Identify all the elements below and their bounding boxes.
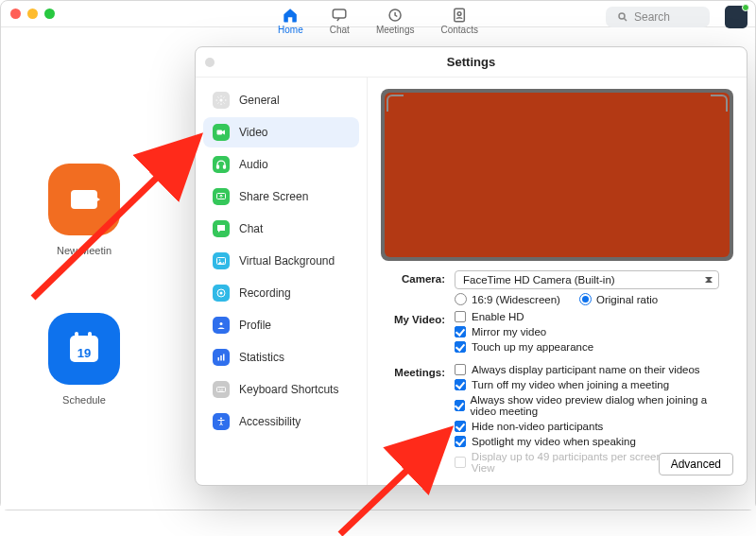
sidebar-item-profile[interactable]: Profile xyxy=(203,310,359,340)
search-input[interactable]: Search xyxy=(606,7,710,27)
check-label: Hide non-video participants xyxy=(472,421,603,432)
check-mirror[interactable]: Mirror my video xyxy=(455,326,733,337)
sidebar-item-label: Statistics xyxy=(239,351,284,364)
check-hide-nonvideo[interactable]: Hide non-video participants xyxy=(455,421,733,432)
svg-point-13 xyxy=(220,292,223,295)
sidebar-item-keyboard-shortcuts[interactable]: Keyboard Shortcuts xyxy=(203,374,359,405)
radio-16-9[interactable]: 16:9 (Widescreen) xyxy=(455,293,560,305)
sidebar-item-label: Chat xyxy=(239,222,263,235)
tab-label: Home xyxy=(278,25,303,35)
sidebar-item-chat[interactable]: Chat xyxy=(203,214,359,244)
sidebar-item-accessibility[interactable]: Accessibility xyxy=(203,406,359,437)
gear-icon xyxy=(213,92,230,109)
svg-rect-16 xyxy=(220,355,222,361)
svg-point-3 xyxy=(457,11,461,15)
sidebar-item-share-screen[interactable]: Share Screen xyxy=(203,182,359,212)
sidebar-item-label: Keyboard Shortcuts xyxy=(239,383,338,396)
window-controls xyxy=(10,9,55,19)
settings-window: Settings General Video Audio xyxy=(195,46,747,486)
tab-contacts[interactable]: Contacts xyxy=(440,8,477,35)
svg-point-19 xyxy=(220,418,222,420)
keyboard-icon xyxy=(213,381,230,398)
tab-chat[interactable]: Chat xyxy=(330,8,350,35)
headphones-icon xyxy=(213,156,230,173)
check-display-name[interactable]: Always display participant name on their… xyxy=(455,364,733,375)
check-show-preview[interactable]: Always show video preview dialog when jo… xyxy=(455,394,733,417)
svg-point-14 xyxy=(220,322,223,325)
tab-label: Chat xyxy=(330,25,350,35)
settings-content: Camera: FaceTime HD Camera (Built-in) 16… xyxy=(368,78,747,485)
calendar-icon: 19 xyxy=(70,336,98,362)
check-label: Always show video preview dialog when jo… xyxy=(471,394,733,417)
advanced-button[interactable]: Advanced xyxy=(659,453,733,475)
svg-rect-15 xyxy=(218,357,220,361)
tab-meetings[interactable]: Meetings xyxy=(376,8,415,35)
sidebar-item-recording[interactable]: Recording xyxy=(203,278,359,308)
sidebar-item-general[interactable]: General xyxy=(203,85,359,115)
sidebar-item-label: Audio xyxy=(239,158,268,171)
contacts-icon xyxy=(451,8,468,23)
accessibility-icon xyxy=(213,413,230,430)
check-touch-up[interactable]: Touch up my appearance xyxy=(455,341,733,353)
sidebar-item-label: Recording xyxy=(239,286,291,300)
svg-point-5 xyxy=(220,99,223,102)
svg-rect-6 xyxy=(217,130,223,135)
profile-icon xyxy=(213,317,230,334)
record-icon xyxy=(213,285,230,302)
check-label: Mirror my video xyxy=(472,326,546,337)
sidebar-item-label: Accessibility xyxy=(239,415,301,428)
svg-rect-7 xyxy=(217,165,219,168)
svg-rect-17 xyxy=(223,354,225,361)
radio-label: 16:9 (Widescreen) xyxy=(472,294,560,305)
share-icon xyxy=(213,188,230,205)
close-icon[interactable] xyxy=(205,58,215,67)
check-spotlight[interactable]: Spotlight my video when speaking xyxy=(455,436,733,447)
settings-titlebar: Settings xyxy=(196,47,747,78)
sidebar-item-audio[interactable]: Audio xyxy=(203,149,359,180)
radio-original-ratio[interactable]: Original ratio xyxy=(579,293,658,305)
camera-select[interactable]: FaceTime HD Camera (Built-in) xyxy=(455,270,719,289)
check-enable-hd[interactable]: Enable HD xyxy=(455,311,733,322)
tile-new-meeting[interactable]: New Meetin xyxy=(48,164,120,256)
camera-value: FaceTime HD Camera (Built-in) xyxy=(463,274,615,285)
sidebar-item-label: Virtual Background xyxy=(239,254,335,268)
meetings-label: Meetings: xyxy=(381,364,445,378)
close-window-button[interactable] xyxy=(10,9,21,19)
settings-sidebar: General Video Audio Share Screen Chat xyxy=(196,78,368,485)
check-turn-off-join[interactable]: Turn off my video when joining a meeting xyxy=(455,379,733,390)
search-icon xyxy=(617,11,628,23)
sidebar-item-label: Profile xyxy=(239,319,271,332)
settings-title: Settings xyxy=(447,55,495,69)
svg-rect-0 xyxy=(334,9,347,18)
sidebar-item-virtual-background[interactable]: Virtual Background xyxy=(203,246,359,276)
stats-icon xyxy=(213,349,230,366)
avatar[interactable] xyxy=(725,6,747,28)
tab-home[interactable]: Home xyxy=(278,8,303,35)
tile-schedule[interactable]: 19 Schedule xyxy=(48,313,120,406)
video-icon xyxy=(213,124,230,141)
zoom-window-button[interactable] xyxy=(44,9,55,19)
sidebar-item-video[interactable]: Video xyxy=(203,117,359,147)
svg-point-11 xyxy=(219,259,221,261)
minimize-window-button[interactable] xyxy=(27,9,38,19)
sidebar-item-statistics[interactable]: Statistics xyxy=(203,342,359,372)
my-video-label: My Video: xyxy=(381,311,445,325)
home-icon xyxy=(282,8,299,23)
presence-indicator xyxy=(742,4,749,11)
svg-rect-8 xyxy=(224,165,226,168)
check-label: Touch up my appearance xyxy=(472,341,593,353)
check-label: Turn off my video when joining a meeting xyxy=(472,379,669,390)
tab-label: Meetings xyxy=(376,25,415,35)
sidebar-item-label: Share Screen xyxy=(239,190,308,203)
sidebar-item-label: Video xyxy=(239,126,267,139)
tile-label: Schedule xyxy=(62,394,106,406)
search-placeholder: Search xyxy=(634,10,670,24)
chat-icon xyxy=(331,8,348,23)
search-wrap: Search xyxy=(606,7,710,27)
svg-rect-18 xyxy=(217,388,226,392)
video-preview xyxy=(381,89,733,261)
clock-icon xyxy=(387,8,404,23)
tab-label: Contacts xyxy=(440,25,477,35)
tile-label: New Meetin xyxy=(57,245,112,256)
main-window: Home Chat Meetings Contacts Search xyxy=(0,0,756,510)
